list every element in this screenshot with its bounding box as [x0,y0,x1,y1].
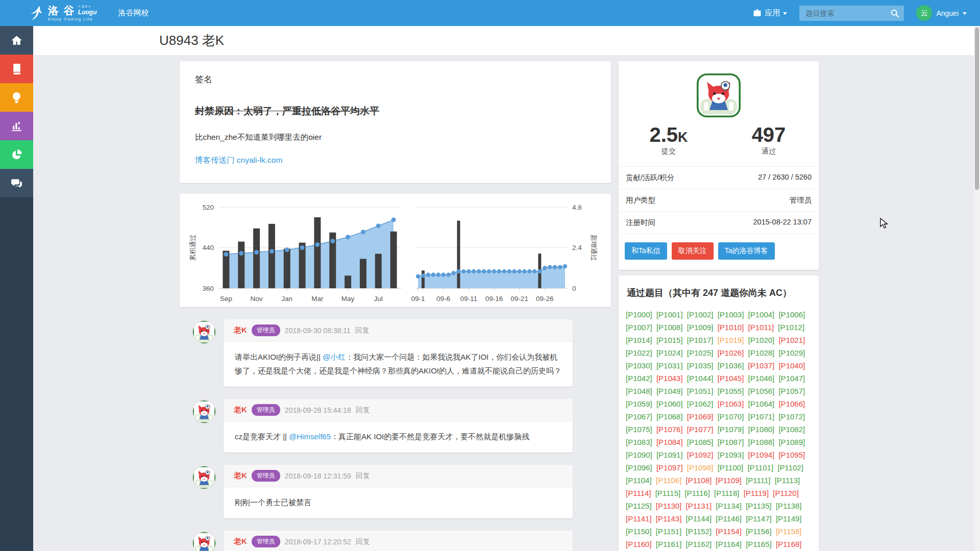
problem-link[interactable]: [P1134] [716,502,742,510]
problem-link[interactable]: [P1094] [748,450,775,459]
problem-link[interactable]: [P1160] [626,540,652,548]
problem-link[interactable]: [P1151] [656,527,682,536]
problem-link[interactable]: [P1115] [655,489,680,497]
search-input[interactable] [799,6,904,21]
problem-link[interactable]: [P1036] [718,361,744,370]
problem-link[interactable]: [P1048] [626,387,652,395]
problem-link[interactable]: [P1055] [718,387,744,395]
problem-link[interactable]: [P1077] [687,425,714,434]
problem-link[interactable]: [P1060] [656,399,683,408]
problem-link[interactable]: [P1059] [626,399,652,408]
problem-link[interactable]: [P1049] [656,387,683,395]
problem-link[interactable]: [P1131] [686,502,712,510]
problem-link[interactable]: [P1083] [626,438,652,446]
problem-link[interactable]: [P1147] [746,514,772,523]
reply-link[interactable]: 回复 [356,471,370,481]
problem-link[interactable]: [P1068] [656,412,683,421]
problem-link[interactable]: [P1043] [656,374,683,383]
problem-link[interactable]: [P1082] [778,425,805,434]
problem-link[interactable]: [P1093] [718,450,744,459]
problem-link[interactable]: [P1044] [687,374,714,383]
problem-link[interactable]: [P1070] [718,412,744,421]
problem-link[interactable]: [P1003] [718,310,744,319]
problem-link[interactable]: [P1095] [778,450,805,459]
problem-link[interactable]: [P1089] [778,438,805,446]
problem-link[interactable]: [P1037] [748,361,775,370]
comment-author[interactable]: 老K [234,471,247,481]
problem-link[interactable]: [P1075] [626,425,652,434]
problem-link[interactable]: [P1071] [748,412,775,421]
reply-link[interactable]: 回复 [356,406,370,415]
problem-link[interactable]: [P1162] [686,540,712,548]
problem-link[interactable]: [P1051] [687,387,714,395]
comment-avatar[interactable] [193,532,215,551]
problem-link[interactable]: [P1022] [626,348,652,357]
problem-link[interactable]: [P1088] [748,438,775,446]
problem-link[interactable]: [P1158] [776,527,802,536]
problem-link[interactable]: [P1042] [626,374,652,383]
problem-link[interactable]: [P1092] [687,450,714,459]
problem-link[interactable]: [P1063] [718,399,744,408]
luogu-logo[interactable]: 洛 谷 < 3.0 > Luogu Enjoy Coding Life [28,5,97,22]
problem-link[interactable]: [P1087] [718,438,744,446]
problem-link[interactable]: [P1113] [775,476,800,485]
unfollow-button[interactable]: 取消关注 [672,242,714,260]
problem-link[interactable]: [P1008] [656,323,683,332]
problem-link[interactable]: [P1119] [744,489,769,497]
problem-link[interactable]: [P1091] [656,450,683,459]
problem-link[interactable]: [P1067] [626,412,652,421]
problem-link[interactable]: [P1025] [687,348,714,357]
problem-link[interactable]: [P1084] [656,438,683,446]
problem-link[interactable]: [P1100] [718,463,744,472]
problem-link[interactable]: [P1120] [773,489,799,497]
problem-link[interactable]: [P1098] [687,463,714,472]
problem-link[interactable]: [P1102] [777,463,803,472]
sidebar-item-home[interactable] [0,26,33,55]
problem-link[interactable]: [P1014] [626,336,652,344]
problem-link[interactable]: [P1108] [686,476,712,485]
problem-link[interactable]: [P1076] [656,425,683,434]
apps-menu[interactable]: 应用 [753,8,787,18]
problem-link[interactable]: [P1114] [626,489,651,497]
problem-link[interactable]: [P1015] [656,336,683,344]
mention-link[interactable]: @Himself65 [289,432,331,441]
problem-link[interactable]: [P1030] [626,361,652,370]
problem-link[interactable]: [P1164] [716,540,742,548]
problem-link[interactable]: [P1072] [778,412,805,421]
problem-link[interactable]: [P1149] [776,514,802,523]
problem-link[interactable]: [P1047] [778,374,805,383]
problem-link[interactable]: [P1021] [778,336,805,344]
problem-link[interactable]: [P1017] [687,336,714,344]
problem-link[interactable]: [P1090] [626,450,652,459]
problem-link[interactable]: [P1011] [748,323,774,332]
problem-link[interactable]: [P1045] [718,374,744,383]
problem-link[interactable]: [P1006] [778,310,805,319]
problem-link[interactable]: [P1020] [748,336,775,344]
problem-link[interactable]: [P1156] [746,527,772,536]
problem-link[interactable]: [P1009] [687,323,714,332]
problem-link[interactable]: [P1144] [686,514,712,523]
comment-author[interactable]: 老K [234,537,247,546]
problem-link[interactable]: [P1057] [778,387,805,395]
user-menu[interactable]: 云 Anguei [916,5,967,21]
problem-link[interactable]: [P1116] [684,489,709,497]
problem-link[interactable]: [P1064] [748,399,775,408]
problem-link[interactable]: [P1012] [778,323,804,332]
problem-link[interactable]: [P1111] [746,476,770,485]
profile-avatar[interactable] [697,73,741,117]
problem-link[interactable]: [P1079] [718,425,744,434]
problem-link[interactable]: [P1141] [626,514,652,523]
comment-avatar[interactable] [193,466,215,489]
user-blog-button[interactable]: Ta的洛谷博客 [718,242,775,260]
mention-link[interactable]: @小红 [323,353,346,361]
problem-link[interactable]: [P1109] [716,476,742,485]
reply-link[interactable]: 回复 [356,537,370,546]
problem-link[interactable]: [P1101] [747,463,773,472]
problem-link[interactable]: [P1138] [776,502,802,510]
problem-link[interactable]: [P1010] [718,323,744,332]
reply-link[interactable]: 回复 [355,326,370,335]
problem-link[interactable]: [P1146] [716,514,742,523]
sidebar-item-statistics[interactable] [0,140,33,169]
comment-author[interactable]: 老K [234,325,247,335]
problem-link[interactable]: [P1154] [716,527,742,536]
